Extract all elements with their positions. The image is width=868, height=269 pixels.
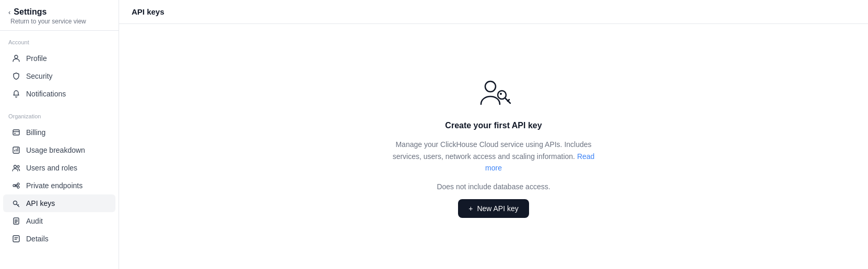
sidebar-item-details[interactable]: Details <box>3 230 115 248</box>
bell-icon <box>11 89 21 99</box>
audit-icon <box>11 216 21 226</box>
shield-icon <box>11 71 21 81</box>
sidebar-item-users-and-roles[interactable]: Users and roles <box>3 159 115 177</box>
svg-rect-1 <box>13 130 19 135</box>
svg-point-8 <box>17 186 19 188</box>
sidebar-item-billing-label: Billing <box>26 128 45 137</box>
sidebar-item-private-endpoints-label: Private endpoints <box>26 181 83 190</box>
account-section-label: Account <box>0 39 119 50</box>
svg-point-7 <box>17 183 19 185</box>
key-icon <box>11 199 21 208</box>
endpoints-icon <box>11 181 21 190</box>
sidebar-item-users-roles-label: Users and roles <box>26 164 77 172</box>
plus-icon: + <box>468 204 473 213</box>
sidebar-item-api-keys-label: API keys <box>26 199 55 207</box>
return-to-service-text[interactable]: Return to your service view <box>8 18 110 25</box>
back-link[interactable]: ‹ Settings <box>8 7 110 17</box>
sidebar-item-profile[interactable]: Profile <box>3 50 115 67</box>
person-icon <box>11 54 21 63</box>
api-key-illustration <box>475 75 512 113</box>
sidebar-item-billing[interactable]: Billing <box>3 124 115 141</box>
empty-state-description-text: Manage your ClickHouse Cloud service usi… <box>393 140 592 160</box>
svg-point-4 <box>14 165 17 168</box>
details-icon <box>11 234 21 243</box>
svg-point-16 <box>500 93 502 95</box>
sidebar-header: ‹ Settings Return to your service view <box>0 0 119 31</box>
sidebar-item-security[interactable]: Security <box>3 67 115 85</box>
empty-state-description: Manage your ClickHouse Cloud service usi… <box>389 139 598 174</box>
svg-point-5 <box>17 166 19 168</box>
users-icon <box>11 163 21 173</box>
empty-state: Create your first API key Manage your Cl… <box>119 24 868 269</box>
sidebar-item-usage-breakdown[interactable]: Usage breakdown <box>3 141 115 159</box>
svg-line-9 <box>16 185 17 186</box>
organization-section: Organization Billing Usage breakdown <box>0 105 119 250</box>
account-section: Account Profile Security <box>0 31 119 105</box>
sidebar-item-security-label: Security <box>26 72 53 80</box>
svg-line-10 <box>16 186 17 187</box>
sidebar-item-notifications-label: Notifications <box>26 90 66 98</box>
sidebar-title: Settings <box>14 7 46 17</box>
new-api-key-button-label: New API key <box>477 204 518 213</box>
sidebar-item-private-endpoints[interactable]: Private endpoints <box>3 177 115 194</box>
sidebar: ‹ Settings Return to your service view A… <box>0 0 119 269</box>
page-title: API keys <box>132 7 855 16</box>
sidebar-item-details-label: Details <box>26 235 49 243</box>
billing-icon <box>11 128 21 137</box>
svg-point-14 <box>485 81 496 92</box>
new-api-key-button[interactable]: + New API key <box>458 199 529 218</box>
empty-state-heading: Create your first API key <box>445 121 542 130</box>
sidebar-item-api-keys[interactable]: API keys <box>3 194 115 212</box>
back-chevron-icon: ‹ <box>8 8 10 16</box>
organization-section-label: Organization <box>0 113 119 124</box>
svg-rect-13 <box>13 236 19 242</box>
empty-state-note: Does not include database access. <box>437 182 550 191</box>
sidebar-item-notifications[interactable]: Notifications <box>3 85 115 103</box>
svg-rect-2 <box>14 133 16 134</box>
svg-point-0 <box>15 55 18 58</box>
sidebar-item-audit-label: Audit <box>26 217 43 225</box>
sidebar-item-profile-label: Profile <box>26 54 47 63</box>
sidebar-item-audit[interactable]: Audit <box>3 212 115 230</box>
page-header: API keys <box>119 0 868 24</box>
main-content: API keys Create your first API key Manag… <box>119 0 868 269</box>
sidebar-item-usage-breakdown-label: Usage breakdown <box>26 146 85 154</box>
chart-icon <box>11 145 21 155</box>
